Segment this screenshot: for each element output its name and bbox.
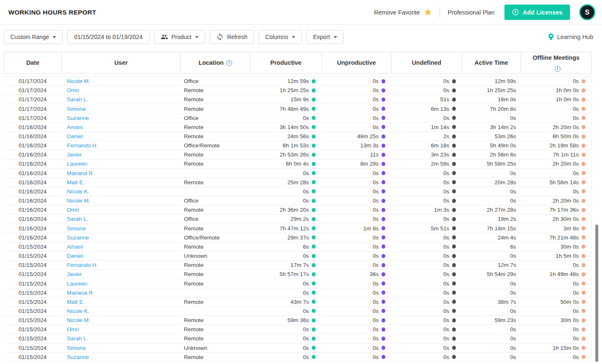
column-header-date[interactable]: Date <box>4 52 62 73</box>
user-link[interactable]: Laureen <box>67 281 88 287</box>
date-range-input[interactable]: 01/15/2024 to 01/19/2024 <box>67 30 149 44</box>
remove-favorite-button[interactable]: Remove Favorite <box>374 8 432 17</box>
user-link[interactable]: Simone <box>67 106 86 112</box>
unproductive-dot <box>382 199 385 203</box>
user-link[interactable]: Matt E. <box>67 299 85 305</box>
cell-active-time: 0s <box>462 169 521 178</box>
cell-undefined: 5m 51s <box>391 224 462 233</box>
cell-date: 01/16/2024 <box>4 169 61 178</box>
toolbar: Custom Range 01/15/2024 to 01/19/2024 Pr… <box>0 25 602 46</box>
cell-active-time: 0s <box>462 334 521 343</box>
user-link[interactable]: Simone <box>67 345 86 351</box>
offline-meetings-dot <box>582 171 585 175</box>
cell-date: 01/17/2024 <box>4 77 61 86</box>
cell-productive: 29m 2s <box>250 215 321 223</box>
product-dropdown[interactable]: Product <box>154 30 205 44</box>
sync-icon <box>216 33 224 41</box>
divider <box>440 7 440 18</box>
cell-offline-meetings: 7h 17m 36s <box>521 205 591 214</box>
productive-dot <box>312 244 316 249</box>
undefined-dot <box>452 281 456 286</box>
user-link[interactable]: Daniel <box>67 133 83 139</box>
info-icon[interactable]: i <box>226 60 232 66</box>
user-link[interactable]: Nicole M. <box>67 198 90 204</box>
user-link[interactable]: Omri <box>67 87 79 93</box>
column-header-offline-meetings[interactable]: Offline Meetings i <box>521 52 591 73</box>
undefined-dot <box>452 327 456 332</box>
avatar[interactable]: S <box>579 4 595 20</box>
cell-location: Remote <box>180 316 250 325</box>
user-link[interactable]: Omri <box>67 326 79 332</box>
user-link[interactable]: Amani <box>67 244 83 250</box>
cell-user: Amani <box>61 242 180 251</box>
column-header-location[interactable]: Location i <box>181 52 250 73</box>
user-link[interactable]: Javier <box>67 151 82 158</box>
productive-dot <box>312 254 316 258</box>
columns-dropdown[interactable]: Columns <box>259 30 302 44</box>
user-link[interactable]: Simone <box>67 225 86 232</box>
column-header-user[interactable]: User <box>62 52 181 73</box>
cell-undefined: 0s <box>391 353 462 362</box>
cell-user: Nicole M. <box>61 77 180 86</box>
table-row: 01/16/2024 Omri Remote 2h 36m 20s 0s 1m … <box>4 205 591 215</box>
user-link[interactable]: Nicole M. <box>67 317 90 323</box>
column-header-unproductive[interactable]: Unproductive <box>322 52 392 73</box>
cell-location: Remote <box>180 270 250 278</box>
user-link[interactable]: Suzanne <box>67 115 89 121</box>
table-header-row: Date User Location i Productive Unproduc… <box>4 52 592 74</box>
user-link[interactable]: Nicole K. <box>67 308 89 314</box>
cell-offline-meetings: 0s <box>521 104 591 113</box>
undefined-dot <box>452 309 456 313</box>
cell-productive: 0s <box>250 307 321 315</box>
user-link[interactable]: Nicole K. <box>67 188 89 195</box>
user-link[interactable]: Javier <box>67 271 82 277</box>
cell-unproductive: 0s <box>321 307 391 315</box>
column-header-active-time[interactable]: Active Time <box>462 52 521 73</box>
user-link[interactable]: Sarah L. <box>67 335 88 342</box>
column-header-productive[interactable]: Productive <box>250 52 322 73</box>
user-link[interactable]: Mariana R <box>67 170 93 176</box>
user-link[interactable]: Sarah L. <box>67 96 88 103</box>
user-link[interactable]: Omri <box>67 207 79 213</box>
user-link[interactable]: Nicole M. <box>67 78 90 84</box>
cell-user: Matt E. <box>61 178 180 187</box>
learning-hub-link[interactable]: Learning Hub <box>547 33 598 41</box>
user-link[interactable]: Amani <box>67 124 83 130</box>
offline-meetings-dot <box>582 125 585 129</box>
offline-meetings-dot <box>582 107 585 111</box>
user-link[interactable]: Suzanne <box>67 235 89 241</box>
cell-undefined: 0s <box>391 86 462 95</box>
user-link[interactable]: Laureen <box>67 161 88 167</box>
export-dropdown[interactable]: Export <box>306 30 343 44</box>
cell-location: Office/Remote <box>180 141 250 150</box>
cell-user: Sarah L. <box>61 215 180 223</box>
user-link[interactable]: Fernando H <box>67 142 96 149</box>
user-link[interactable]: Matt E. <box>67 179 85 186</box>
user-link[interactable]: Mariana R <box>67 290 93 296</box>
user-link[interactable]: Sarah L. <box>67 216 88 222</box>
cell-unproductive: 0s <box>321 95 391 104</box>
offline-meetings-dot <box>582 235 585 239</box>
user-link[interactable]: Fernando H <box>67 262 96 268</box>
caret-down-icon <box>53 36 56 38</box>
star-icon[interactable] <box>423 8 432 17</box>
add-licenses-button[interactable]: Add Licenses <box>504 5 570 20</box>
user-link[interactable]: Suzanne <box>67 354 89 360</box>
cell-undefined: 0s <box>391 169 462 178</box>
table-body: 01/17/2024 Nicole M. Office 12m 59s 0s 0… <box>4 76 592 362</box>
column-header-undefined[interactable]: Undefined <box>392 52 462 73</box>
learning-hub-label: Learning Hub <box>557 34 593 40</box>
cell-unproductive: 0s <box>321 261 391 269</box>
refresh-button[interactable]: Refresh <box>210 30 254 44</box>
productive-dot <box>312 144 316 148</box>
date-range-preset-dropdown[interactable]: Custom Range <box>4 30 63 44</box>
caret-down-icon <box>334 36 337 38</box>
cell-location <box>180 288 250 297</box>
productive-dot <box>312 226 316 230</box>
cell-user: Nicole K. <box>61 307 180 315</box>
user-link[interactable]: Daniel <box>67 253 83 259</box>
cell-undefined: 51s <box>391 95 462 104</box>
vertical-scrollbar[interactable] <box>595 225 598 362</box>
cell-date: 01/16/2024 <box>4 196 61 205</box>
info-icon[interactable]: i <box>555 66 560 72</box>
